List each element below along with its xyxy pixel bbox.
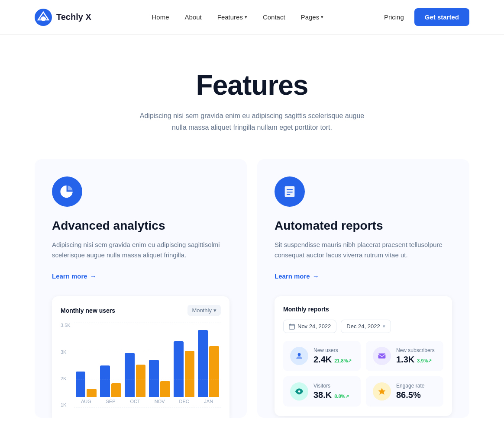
analytics-card-title: Advanced analytics: [52, 219, 229, 233]
stat-visitors-info: Visitors 38.K 8.8%↗: [313, 383, 349, 400]
stat-new-users-value: 2.4K 21.8%↗: [313, 355, 352, 365]
reports-learn-more[interactable]: Learn more →: [275, 272, 319, 280]
reports-card-desc: Sit suspendisse mauris nibh placerat pra…: [275, 240, 452, 260]
nav-right: Pricing Get started: [384, 8, 469, 26]
svg-rect-6: [289, 324, 294, 329]
logo-text: Techly X: [56, 12, 91, 22]
analytics-card: Advanced analytics Adipiscing nisi sem g…: [35, 159, 247, 418]
x-axis-label: AUG: [74, 399, 99, 404]
reports-widget-title: Monthly reports: [283, 306, 443, 313]
x-axis-label: JAN: [196, 399, 221, 404]
user-icon: [295, 352, 304, 360]
stat-visitors-value: 38.K 8.8%↗: [313, 390, 349, 400]
reports-icon-circle: [275, 176, 305, 207]
nav-contact[interactable]: Contact: [263, 13, 285, 21]
chevron-down-icon: ▾: [213, 307, 216, 314]
svg-point-7: [298, 353, 301, 356]
nav-pricing[interactable]: Pricing: [384, 13, 404, 21]
chart-pie-icon: [60, 184, 74, 199]
stat-engage-info: Engage rate 86.5%: [396, 383, 424, 400]
eye-icon-circle: [290, 382, 308, 401]
stat-subscribers-label: New subscribers: [396, 347, 435, 353]
page-title: Features: [17, 69, 487, 101]
nav-pages[interactable]: Pages ▾: [301, 13, 324, 21]
chevron-down-icon: ▾: [383, 324, 385, 329]
reports-card-title: Automated reports: [275, 219, 452, 233]
svg-rect-4: [287, 192, 293, 192]
feature-cards: Advanced analytics Adipiscing nisi sem g…: [0, 159, 504, 423]
svg-rect-3: [287, 189, 293, 190]
stat-engage-value: 86.5%: [396, 390, 424, 400]
x-axis: AUGSEPOCTNOVDECJAN: [74, 397, 221, 407]
svg-rect-5: [287, 194, 291, 195]
document-icon: [282, 184, 297, 199]
y-axis: 3.5K 3K 2K 1K: [61, 323, 74, 418]
svg-point-9: [298, 391, 300, 393]
arrow-right-icon: →: [90, 272, 97, 280]
stats-grid: New users 2.4K 21.8%↗: [283, 341, 443, 407]
bar-yellow: [111, 383, 121, 397]
stat-new-users-change: 21.8%↗: [334, 358, 352, 364]
stat-new-subscribers: New subscribers 1.3K 3.9%↗: [366, 341, 443, 371]
analytics-learn-more[interactable]: Learn more →: [52, 272, 97, 280]
stat-subscribers-info: New subscribers 1.3K 3.9%↗: [396, 347, 435, 365]
bar-blue: [174, 341, 184, 397]
calendar-icon: [289, 324, 295, 330]
bar-group: [125, 323, 146, 397]
stat-new-users-label: New users: [313, 347, 352, 353]
bar-yellow: [209, 346, 219, 397]
hero-section: Features Adipiscing nisi sem gravida eni…: [0, 35, 504, 159]
x-axis-label: SEP: [98, 399, 123, 404]
chart-bars: [74, 323, 221, 397]
chart-widget: Monthly new users Monthly ▾ 3.5K 3K 2K 1…: [52, 296, 229, 418]
bar-group: [100, 323, 121, 397]
nav-features[interactable]: Features ▾: [217, 13, 247, 21]
bar-group: [174, 323, 195, 397]
star-icon: [378, 387, 386, 396]
stat-visitors: Visitors 38.K 8.8%↗: [283, 376, 361, 407]
date-to-pill[interactable]: Dec 24, 2022 ▾: [341, 320, 391, 333]
bar-group: [149, 323, 170, 397]
mail-icon: [378, 352, 386, 360]
x-axis-label: NOV: [147, 399, 172, 404]
chart-title: Monthly new users: [61, 307, 115, 314]
stat-subscribers-value: 1.3K 3.9%↗: [396, 355, 435, 365]
chevron-down-icon: ▾: [321, 14, 323, 20]
bar-group: [76, 323, 97, 397]
svg-marker-10: [378, 388, 386, 395]
stat-subscribers-change: 3.9%↗: [417, 358, 432, 364]
bar-yellow: [160, 381, 170, 397]
star-icon-circle: [373, 382, 391, 401]
analytics-icon-circle: [52, 176, 82, 207]
bar-blue: [76, 372, 86, 397]
nav-links: Home About Features ▾ Contact Pages ▾: [152, 13, 324, 21]
hero-description: Adipiscing nisi sem gravida enim eu adip…: [139, 110, 365, 133]
bar-yellow: [185, 351, 195, 397]
stat-visitors-label: Visitors: [313, 383, 349, 389]
stat-engage-label: Engage rate: [396, 383, 424, 389]
stat-new-users-info: New users 2.4K 21.8%↗: [313, 347, 352, 365]
eye-icon: [295, 387, 304, 396]
analytics-card-desc: Adipiscing nisi sem gravida enim eu adip…: [52, 240, 229, 260]
navbar: Techly X Home About Features ▾ Contact P…: [0, 0, 504, 35]
date-from-pill[interactable]: Nov 24, 2022: [283, 320, 336, 333]
x-axis-label: OCT: [123, 399, 148, 404]
nav-about[interactable]: About: [185, 13, 202, 21]
chevron-down-icon: ▾: [245, 14, 247, 20]
date-range: Nov 24, 2022 Dec 24, 2022 ▾: [283, 320, 443, 333]
stat-visitors-change: 8.8%↗: [334, 394, 349, 399]
date-to-label: Dec 24, 2022: [346, 323, 380, 330]
bar-yellow: [87, 389, 97, 397]
chart-header: Monthly new users Monthly ▾: [61, 305, 221, 316]
reports-widget: Monthly reports Nov 24, 2022 Dec 24, 202…: [275, 296, 452, 416]
stat-new-users: New users 2.4K 21.8%↗: [283, 341, 361, 371]
chart-filter-dropdown[interactable]: Monthly ▾: [187, 305, 221, 316]
bar-blue: [100, 365, 110, 397]
bar-blue: [198, 330, 208, 397]
x-axis-label: DEC: [172, 399, 197, 404]
logo[interactable]: Techly X: [35, 9, 91, 26]
get-started-button[interactable]: Get started: [414, 8, 469, 26]
nav-home[interactable]: Home: [152, 13, 169, 21]
arrow-right-icon: →: [313, 272, 319, 280]
bar-group: [198, 323, 219, 397]
